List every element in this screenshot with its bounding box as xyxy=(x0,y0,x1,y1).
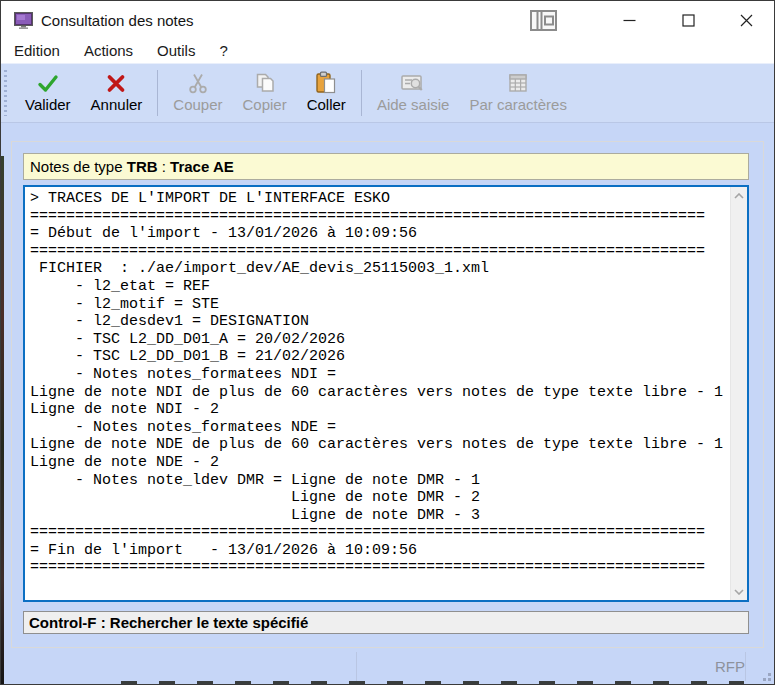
toolbar-separator xyxy=(157,70,158,116)
desktop-edge-bottom xyxy=(121,681,744,684)
resize-grip-icon[interactable] xyxy=(758,668,771,681)
par-caracteres-button: Par caractères xyxy=(459,66,577,120)
copier-button: Copier xyxy=(233,66,297,120)
desktop-edge-left xyxy=(1,156,4,684)
notes-type-header: Notes de type TRB : Trace AE xyxy=(23,153,749,180)
valider-label: Valider xyxy=(25,96,71,113)
input-help-icon xyxy=(400,69,426,95)
layout-icon[interactable] xyxy=(522,1,564,39)
footer-rfp-label: RFP xyxy=(715,658,745,675)
menu-help[interactable]: ? xyxy=(207,39,239,63)
notes-type-separator: : xyxy=(158,158,171,175)
couper-button: Couper xyxy=(163,66,232,120)
menu-actions[interactable]: Actions xyxy=(72,39,145,63)
status-hint-bar: Control-F : Rechercher le texte spécifié xyxy=(23,611,749,634)
title-bar: Consultation des notes xyxy=(1,1,774,39)
annuler-button[interactable]: Annuler xyxy=(81,66,153,120)
scissors-icon xyxy=(186,69,210,95)
aide-saisie-button: Aide saisie xyxy=(367,66,460,120)
coller-label: Coller xyxy=(307,96,346,113)
notes-content[interactable]: > TRACES DE L'IMPORT DE L'INTERFACE ESKO… xyxy=(25,187,724,577)
close-button[interactable] xyxy=(725,1,767,39)
toolbar-separator xyxy=(361,70,362,116)
window-title: Consultation des notes xyxy=(41,12,194,29)
coller-button[interactable]: Coller xyxy=(297,66,356,120)
vertical-scrollbar[interactable] xyxy=(730,187,747,600)
couper-label: Couper xyxy=(173,96,222,113)
minimize-button[interactable] xyxy=(608,1,650,39)
cross-icon xyxy=(104,69,128,95)
notes-type-code: TRB xyxy=(127,158,158,175)
footer-divider xyxy=(745,652,746,681)
notes-textarea[interactable]: > TRACES DE L'IMPORT DE L'INTERFACE ESKO… xyxy=(23,185,749,602)
aide-saisie-label: Aide saisie xyxy=(377,96,450,113)
notes-type-prefix: Notes de type xyxy=(30,158,127,175)
check-icon xyxy=(36,69,60,95)
characters-table-icon xyxy=(506,69,530,95)
copier-label: Copier xyxy=(243,96,287,113)
scroll-up-icon[interactable] xyxy=(731,187,747,204)
menu-bar: Edition Actions Outils ? xyxy=(1,39,774,63)
monitor-app-icon xyxy=(14,12,33,29)
footer-divider xyxy=(356,652,357,681)
toolbar: Valider Annuler Couper xyxy=(1,63,774,123)
maximize-button[interactable] xyxy=(667,1,709,39)
menu-outils[interactable]: Outils xyxy=(145,39,207,63)
menu-edition[interactable]: Edition xyxy=(2,39,72,63)
copy-icon xyxy=(253,69,277,95)
notes-type-name: Trace AE xyxy=(170,158,234,175)
scroll-down-icon[interactable] xyxy=(731,583,747,600)
paste-icon xyxy=(314,69,338,95)
valider-button[interactable]: Valider xyxy=(15,66,81,120)
annuler-label: Annuler xyxy=(91,96,143,113)
par-caracteres-label: Par caractères xyxy=(469,96,567,113)
app-window: Consultation des notes Edition Actions O… xyxy=(0,0,775,685)
toolbar-gripper[interactable] xyxy=(4,70,7,116)
